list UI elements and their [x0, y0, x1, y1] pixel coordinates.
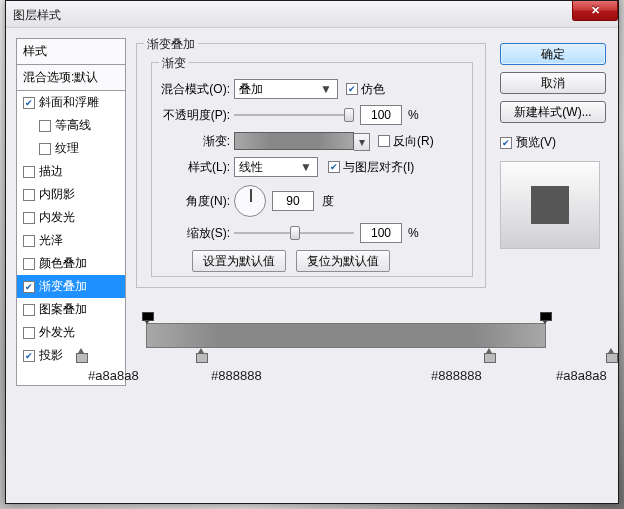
window-title: 图层样式 — [13, 7, 61, 24]
align-label: 与图层对齐(I) — [343, 159, 414, 176]
preview-swatch — [500, 161, 600, 249]
gradient-overlay-group: 渐变叠加 渐变 混合模式(O): 叠加▼ ✔ 仿色 不透明度(P): 100 % — [136, 43, 486, 288]
close-button[interactable]: ✕ — [572, 1, 618, 21]
right-col: 确定 取消 新建样式(W)... ✔ 预览(V) — [500, 43, 606, 249]
layer-style-dialog: 图层样式 ✕ 样式 混合选项:默认 ✔斜面和浮雕等高线纹理描边内阴影内发光光泽颜… — [5, 0, 619, 504]
ok-button[interactable]: 确定 — [500, 43, 606, 65]
dither-checkbox[interactable]: ✔ — [346, 83, 358, 95]
reverse-label: 反向(R) — [393, 133, 434, 150]
color-label: #888888 — [211, 368, 262, 383]
gradient-preview[interactable]: ▾ — [234, 132, 354, 150]
styles-panel: 样式 混合选项:默认 ✔斜面和浮雕等高线纹理描边内阴影内发光光泽颜色叠加✔渐变叠… — [16, 38, 126, 386]
style-item[interactable]: 外发光 — [17, 321, 125, 344]
style-label: 图案叠加 — [39, 301, 87, 318]
style-label: 斜面和浮雕 — [39, 94, 99, 111]
style-label: 样式(L): — [158, 159, 230, 176]
style-item[interactable]: 图案叠加 — [17, 298, 125, 321]
style-checkbox[interactable] — [23, 166, 35, 178]
opacity-stop[interactable] — [540, 312, 550, 323]
style-checkbox[interactable] — [23, 304, 35, 316]
color-stop[interactable] — [606, 348, 616, 362]
angle-dial[interactable] — [234, 185, 266, 217]
opacity-label: 不透明度(P): — [158, 107, 230, 124]
style-label: 内阴影 — [39, 186, 75, 203]
style-label: 内发光 — [39, 209, 75, 226]
chevron-down-icon: ▼ — [319, 82, 333, 96]
angle-value[interactable]: 90 — [272, 191, 314, 211]
style-item[interactable]: 纹理 — [17, 137, 125, 160]
style-checkbox[interactable] — [23, 212, 35, 224]
blendmode-label: 混合模式(O): — [158, 81, 230, 98]
style-label: 纹理 — [55, 140, 79, 157]
style-label: 外发光 — [39, 324, 75, 341]
chevron-down-icon[interactable]: ▾ — [354, 133, 370, 151]
styles-list: ✔斜面和浮雕等高线纹理描边内阴影内发光光泽颜色叠加✔渐变叠加图案叠加外发光✔投影 — [16, 91, 126, 386]
opacity-slider[interactable] — [234, 107, 354, 123]
style-item[interactable]: ✔斜面和浮雕 — [17, 91, 125, 114]
styles-header[interactable]: 样式 — [16, 38, 126, 65]
angle-label: 角度(N): — [158, 193, 230, 210]
scale-value[interactable]: 100 — [360, 223, 402, 243]
dither-label: 仿色 — [361, 81, 385, 98]
color-stop[interactable] — [196, 348, 206, 362]
gradient-label: 渐变: — [158, 133, 230, 150]
blendmode-value: 叠加 — [239, 81, 263, 98]
style-checkbox[interactable]: ✔ — [23, 281, 35, 293]
make-default-button[interactable]: 设置为默认值 — [192, 250, 286, 272]
blend-options-default[interactable]: 混合选项:默认 — [16, 65, 126, 91]
color-label: #888888 — [431, 368, 482, 383]
style-checkbox[interactable] — [39, 120, 51, 132]
preview-label: 预览(V) — [516, 134, 556, 151]
new-style-button[interactable]: 新建样式(W)... — [500, 101, 606, 123]
style-item[interactable]: ✔渐变叠加 — [17, 275, 125, 298]
style-item[interactable]: 等高线 — [17, 114, 125, 137]
titlebar[interactable]: 图层样式 ✕ — [6, 1, 618, 28]
style-label: 投影 — [39, 347, 63, 364]
group-title-inner: 渐变 — [159, 55, 189, 72]
color-stop[interactable] — [484, 348, 494, 362]
style-checkbox[interactable] — [23, 235, 35, 247]
style-label: 颜色叠加 — [39, 255, 87, 272]
color-stop[interactable] — [76, 348, 86, 362]
reset-default-button[interactable]: 复位为默认值 — [296, 250, 390, 272]
group-title-outer: 渐变叠加 — [144, 36, 198, 53]
style-checkbox[interactable]: ✔ — [23, 350, 35, 362]
style-combo[interactable]: 线性▼ — [234, 157, 318, 177]
style-item[interactable]: 内发光 — [17, 206, 125, 229]
style-item[interactable]: ✔投影 — [17, 344, 125, 367]
style-label: 等高线 — [55, 117, 91, 134]
opacity-value[interactable]: 100 — [360, 105, 402, 125]
opacity-stop[interactable] — [142, 312, 152, 323]
reverse-checkbox[interactable] — [378, 135, 390, 147]
cancel-button[interactable]: 取消 — [500, 72, 606, 94]
gradient-group: 渐变 混合模式(O): 叠加▼ ✔ 仿色 不透明度(P): 100 % — [151, 62, 473, 277]
style-label: 光泽 — [39, 232, 63, 249]
style-item[interactable]: 光泽 — [17, 229, 125, 252]
style-item[interactable]: 内阴影 — [17, 183, 125, 206]
align-checkbox[interactable]: ✔ — [328, 161, 340, 173]
style-item[interactable]: 描边 — [17, 160, 125, 183]
blendmode-combo[interactable]: 叠加▼ — [234, 79, 338, 99]
style-checkbox[interactable] — [23, 327, 35, 339]
opacity-unit: % — [408, 108, 419, 122]
style-checkbox[interactable] — [39, 143, 51, 155]
style-label: 描边 — [39, 163, 63, 180]
color-label: #a8a8a8 — [556, 368, 607, 383]
style-checkbox[interactable] — [23, 258, 35, 270]
style-item[interactable]: 颜色叠加 — [17, 252, 125, 275]
scale-label: 缩放(S): — [158, 225, 230, 242]
style-checkbox[interactable] — [23, 189, 35, 201]
style-label: 渐变叠加 — [39, 278, 87, 295]
style-checkbox[interactable]: ✔ — [23, 97, 35, 109]
style-value: 线性 — [239, 159, 263, 176]
gradient-bar[interactable] — [146, 323, 546, 348]
scale-unit: % — [408, 226, 419, 240]
color-label: #a8a8a8 — [88, 368, 139, 383]
chevron-down-icon: ▼ — [299, 160, 313, 174]
angle-unit: 度 — [322, 193, 334, 210]
scale-slider[interactable] — [234, 225, 354, 241]
preview-checkbox[interactable]: ✔ — [500, 137, 512, 149]
